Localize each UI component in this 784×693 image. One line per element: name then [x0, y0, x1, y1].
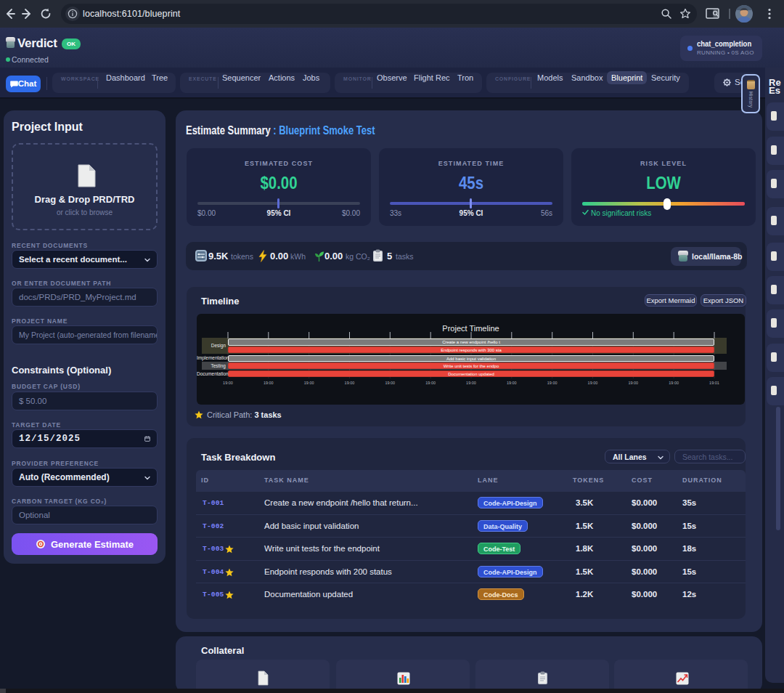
svg-text:19:00: 19:00: [425, 381, 436, 385]
svg-text:19:00: 19:00: [264, 381, 274, 385]
svg-text:19:00: 19:00: [345, 381, 355, 385]
svg-text:19:00: 19:00: [507, 381, 517, 385]
svg-text:19:00: 19:00: [628, 381, 638, 385]
svg-text:19:00: 19:00: [547, 381, 558, 385]
svg-text:19:00: 19:00: [588, 381, 598, 385]
svg-text:19:00: 19:00: [304, 381, 314, 385]
svg-text:19:00: 19:00: [385, 381, 395, 385]
svg-text:19:00: 19:00: [669, 381, 679, 385]
svg-text:19:00: 19:00: [466, 381, 476, 385]
svg-text:19:01: 19:01: [709, 381, 719, 385]
svg-text:19:00: 19:00: [223, 381, 233, 385]
